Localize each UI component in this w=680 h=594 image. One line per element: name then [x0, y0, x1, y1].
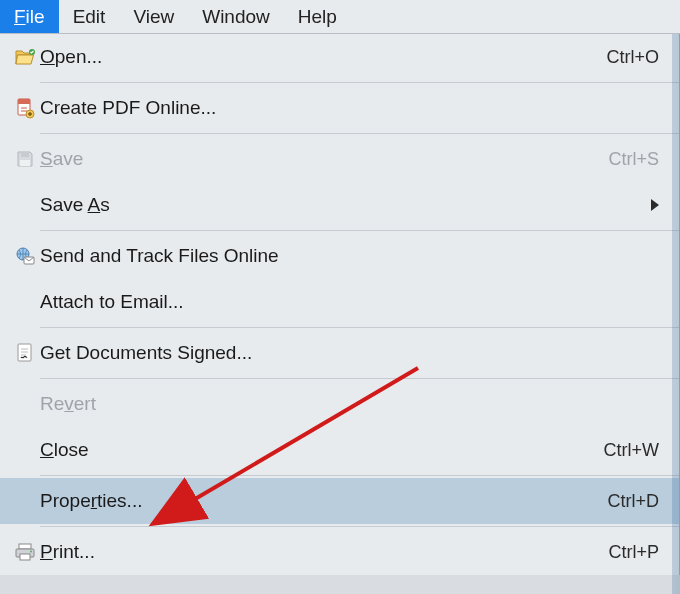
menu-item-create-pdf-label: Create PDF Online...	[40, 97, 659, 119]
menu-separator	[40, 378, 679, 379]
menu-separator	[40, 82, 679, 83]
menu-item-properties-shortcut: Ctrl+D	[607, 491, 659, 512]
menu-separator	[40, 133, 679, 134]
window-edge	[672, 34, 680, 594]
menu-item-get-signed[interactable]: Get Documents Signed...	[0, 330, 679, 376]
svg-rect-11	[20, 554, 30, 560]
menu-item-create-pdf-online[interactable]: Create PDF Online...	[0, 85, 679, 131]
menu-item-print[interactable]: Print... Ctrl+P	[0, 529, 679, 575]
menu-separator	[40, 526, 679, 527]
svg-rect-5	[20, 160, 30, 166]
menu-item-save-as-label: Save As	[40, 194, 643, 216]
svg-point-12	[30, 551, 32, 553]
menu-item-save: Save Ctrl+S	[0, 136, 679, 182]
menu-item-send-track-label: Send and Track Files Online	[40, 245, 659, 267]
file-menu-dropdown: Open... Ctrl+O Create PDF Online... Save…	[0, 34, 680, 575]
menu-item-close-shortcut: Ctrl+W	[604, 440, 660, 461]
submenu-arrow-icon	[651, 199, 659, 211]
menubar-edit-label: Edit	[73, 6, 106, 28]
svg-rect-2	[18, 99, 30, 104]
menubar-view-label: View	[133, 6, 174, 28]
sign-document-icon	[10, 342, 40, 364]
menu-item-properties-label: Properties...	[40, 490, 607, 512]
menu-separator	[40, 230, 679, 231]
pdf-create-icon	[10, 97, 40, 119]
menu-item-open-label: Open...	[40, 46, 606, 68]
menu-item-open[interactable]: Open... Ctrl+O	[0, 34, 679, 80]
svg-rect-9	[19, 544, 31, 549]
menubar-help[interactable]: Help	[284, 0, 351, 33]
menubar-window[interactable]: Window	[188, 0, 284, 33]
menubar-file-label: File	[14, 6, 45, 28]
menu-separator	[40, 327, 679, 328]
save-icon	[10, 149, 40, 169]
menubar-file[interactable]: File	[0, 0, 59, 33]
menubar-window-label: Window	[202, 6, 270, 28]
svg-rect-4	[21, 152, 29, 157]
menu-item-save-shortcut: Ctrl+S	[608, 149, 659, 170]
menubar-view[interactable]: View	[119, 0, 188, 33]
menubar-help-label: Help	[298, 6, 337, 28]
menubar-edit[interactable]: Edit	[59, 0, 120, 33]
menu-item-save-as[interactable]: Save As	[0, 182, 679, 228]
menu-item-save-label: Save	[40, 148, 608, 170]
menu-item-send-track[interactable]: Send and Track Files Online	[0, 233, 679, 279]
menu-item-get-signed-label: Get Documents Signed...	[40, 342, 659, 364]
menu-item-properties[interactable]: Properties... Ctrl+D	[0, 478, 679, 524]
menu-item-print-label: Print...	[40, 541, 608, 563]
menu-item-print-shortcut: Ctrl+P	[608, 542, 659, 563]
menu-item-open-shortcut: Ctrl+O	[606, 47, 659, 68]
printer-icon	[10, 542, 40, 562]
menu-item-revert: Revert	[0, 381, 679, 427]
menubar: File Edit View Window Help	[0, 0, 680, 34]
folder-open-icon	[10, 48, 40, 66]
menu-item-attach-email-label: Attach to Email...	[40, 291, 659, 313]
menu-item-close[interactable]: Close Ctrl+W	[0, 427, 679, 473]
globe-mail-icon	[10, 246, 40, 266]
menu-item-close-label: Close	[40, 439, 604, 461]
menu-item-revert-label: Revert	[40, 393, 659, 415]
menu-item-attach-email[interactable]: Attach to Email...	[0, 279, 679, 325]
menu-separator	[40, 475, 679, 476]
